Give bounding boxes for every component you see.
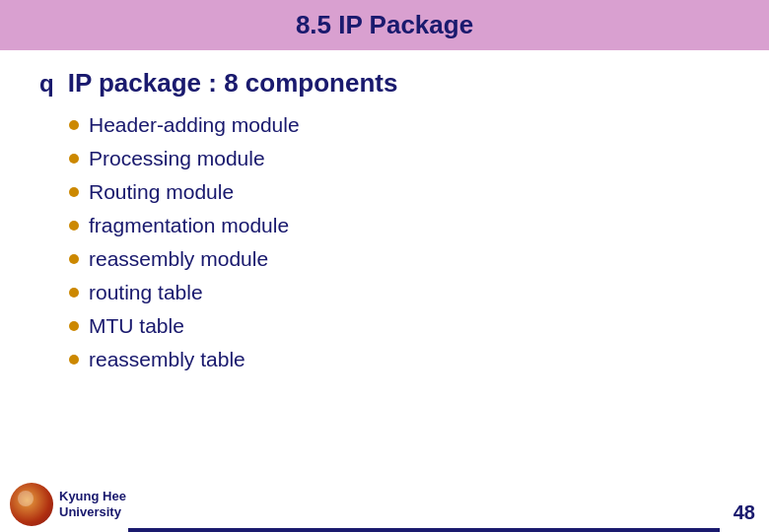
bullet-item: routing table xyxy=(69,278,730,307)
bullet-text-6: MTU table xyxy=(89,314,184,338)
bullet-dot xyxy=(69,187,79,197)
bullet-text-5: routing table xyxy=(89,281,203,304)
university-logo xyxy=(10,483,53,526)
school-name: Kyung Hee University xyxy=(59,489,126,519)
bullet-dot xyxy=(69,221,79,231)
q-icon: q xyxy=(39,70,54,98)
bullet-dot xyxy=(69,355,79,365)
bullet-item: Header-adding module xyxy=(69,110,730,140)
school-name-line1: Kyung Hee xyxy=(59,489,126,504)
main-point-text: IP package : 8 components xyxy=(68,68,398,99)
bullet-item: reassembly module xyxy=(69,244,730,274)
bullet-text-2: Routing module xyxy=(89,180,234,204)
footer: Kyung Hee University 48 xyxy=(0,477,769,532)
bullet-item: fragmentation module xyxy=(69,211,730,240)
page-number: 48 xyxy=(734,501,755,524)
bullet-item: MTU table xyxy=(69,311,730,341)
bullet-item: Processing module xyxy=(69,144,730,173)
slide-title: 8.5 IP Package xyxy=(20,10,749,40)
bullet-dot xyxy=(69,254,79,264)
main-point: q IP package : 8 components xyxy=(39,68,730,99)
bullet-dot xyxy=(69,120,79,130)
bullet-text-4: reassembly module xyxy=(89,247,268,271)
bullet-list: Header-adding moduleProcessing moduleRou… xyxy=(39,110,730,374)
bullet-item: reassembly table xyxy=(69,345,730,374)
footer-line xyxy=(128,528,720,532)
bullet-text-0: Header-adding module xyxy=(89,113,300,137)
bullet-text-1: Processing module xyxy=(89,147,265,170)
bullet-text-3: fragmentation module xyxy=(89,214,289,237)
footer-logo: Kyung Hee University xyxy=(10,483,126,526)
slide: 8.5 IP Package q IP package : 8 componen… xyxy=(0,0,769,532)
slide-content: q IP package : 8 components Header-addin… xyxy=(0,50,769,477)
bullet-dot xyxy=(69,321,79,331)
bullet-item: Routing module xyxy=(69,177,730,207)
bullet-text-7: reassembly table xyxy=(89,348,245,371)
title-bar: 8.5 IP Package xyxy=(0,0,769,50)
school-name-line2: University xyxy=(59,504,126,520)
bullet-dot xyxy=(69,154,79,164)
bullet-dot xyxy=(69,288,79,298)
